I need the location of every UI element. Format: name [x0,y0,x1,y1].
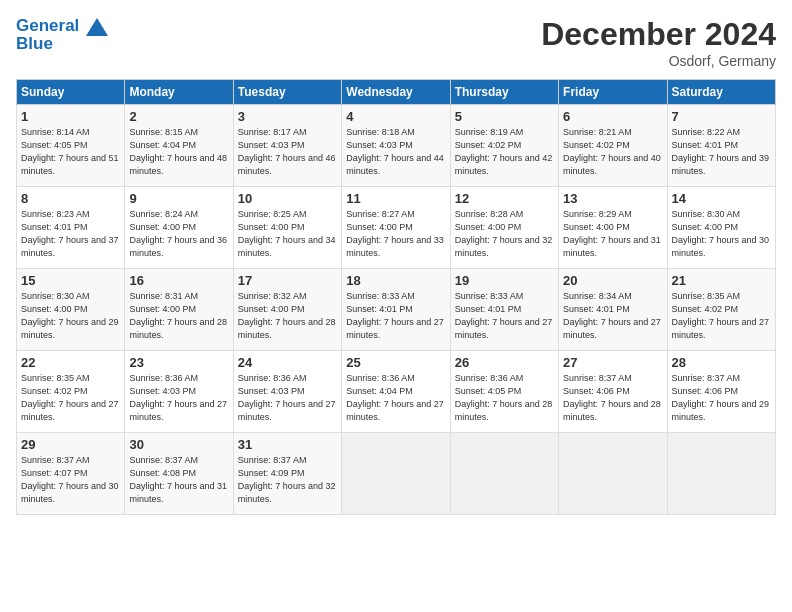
daylight-label: Daylight: 7 hours and 42 minutes. [455,153,553,176]
day-info: Sunrise: 8:36 AM Sunset: 4:03 PM Dayligh… [129,372,228,424]
daylight-label: Daylight: 7 hours and 27 minutes. [21,399,119,422]
daylight-label: Daylight: 7 hours and 48 minutes. [129,153,227,176]
day-info: Sunrise: 8:19 AM Sunset: 4:02 PM Dayligh… [455,126,554,178]
day-number: 12 [455,191,554,206]
sunset-label: Sunset: 4:02 PM [672,304,739,314]
day-info: Sunrise: 8:35 AM Sunset: 4:02 PM Dayligh… [672,290,771,342]
sunrise-label: Sunrise: 8:15 AM [129,127,198,137]
day-number: 9 [129,191,228,206]
calendar-cell: 19 Sunrise: 8:33 AM Sunset: 4:01 PM Dayl… [450,269,558,351]
calendar-cell: 14 Sunrise: 8:30 AM Sunset: 4:00 PM Dayl… [667,187,775,269]
calendar-cell: 3 Sunrise: 8:17 AM Sunset: 4:03 PM Dayli… [233,105,341,187]
daylight-label: Daylight: 7 hours and 27 minutes. [346,399,444,422]
day-info: Sunrise: 8:32 AM Sunset: 4:00 PM Dayligh… [238,290,337,342]
day-info: Sunrise: 8:30 AM Sunset: 4:00 PM Dayligh… [21,290,120,342]
day-number: 11 [346,191,445,206]
page-header: General Blue December 2024 Osdorf, Germa… [16,16,776,69]
day-number: 3 [238,109,337,124]
daylight-label: Daylight: 7 hours and 27 minutes. [238,399,336,422]
day-number: 1 [21,109,120,124]
sunrise-label: Sunrise: 8:29 AM [563,209,632,219]
calendar-week-4: 22 Sunrise: 8:35 AM Sunset: 4:02 PM Dayl… [17,351,776,433]
calendar-header-row: SundayMondayTuesdayWednesdayThursdayFrid… [17,80,776,105]
sunset-label: Sunset: 4:03 PM [346,140,413,150]
day-info: Sunrise: 8:28 AM Sunset: 4:00 PM Dayligh… [455,208,554,260]
calendar-cell: 16 Sunrise: 8:31 AM Sunset: 4:00 PM Dayl… [125,269,233,351]
sunrise-label: Sunrise: 8:21 AM [563,127,632,137]
day-number: 16 [129,273,228,288]
calendar-cell: 1 Sunrise: 8:14 AM Sunset: 4:05 PM Dayli… [17,105,125,187]
sunrise-label: Sunrise: 8:35 AM [21,373,90,383]
calendar-cell: 22 Sunrise: 8:35 AM Sunset: 4:02 PM Dayl… [17,351,125,433]
calendar-cell: 10 Sunrise: 8:25 AM Sunset: 4:00 PM Dayl… [233,187,341,269]
sunrise-label: Sunrise: 8:36 AM [346,373,415,383]
sunrise-label: Sunrise: 8:37 AM [563,373,632,383]
daylight-label: Daylight: 7 hours and 30 minutes. [21,481,119,504]
sunset-label: Sunset: 4:00 PM [238,304,305,314]
daylight-label: Daylight: 7 hours and 40 minutes. [563,153,661,176]
svg-marker-0 [86,18,108,36]
sunrise-label: Sunrise: 8:30 AM [21,291,90,301]
calendar-week-1: 1 Sunrise: 8:14 AM Sunset: 4:05 PM Dayli… [17,105,776,187]
sunrise-label: Sunrise: 8:33 AM [346,291,415,301]
calendar-cell [559,433,667,515]
calendar-body: 1 Sunrise: 8:14 AM Sunset: 4:05 PM Dayli… [17,105,776,515]
daylight-label: Daylight: 7 hours and 29 minutes. [21,317,119,340]
sunset-label: Sunset: 4:03 PM [238,386,305,396]
weekday-header-thursday: Thursday [450,80,558,105]
sunrise-label: Sunrise: 8:36 AM [238,373,307,383]
day-info: Sunrise: 8:31 AM Sunset: 4:00 PM Dayligh… [129,290,228,342]
sunset-label: Sunset: 4:07 PM [21,468,88,478]
calendar-cell: 6 Sunrise: 8:21 AM Sunset: 4:02 PM Dayli… [559,105,667,187]
day-info: Sunrise: 8:37 AM Sunset: 4:06 PM Dayligh… [672,372,771,424]
sunrise-label: Sunrise: 8:30 AM [672,209,741,219]
calendar-cell: 23 Sunrise: 8:36 AM Sunset: 4:03 PM Dayl… [125,351,233,433]
day-number: 21 [672,273,771,288]
sunset-label: Sunset: 4:00 PM [21,304,88,314]
calendar-cell: 17 Sunrise: 8:32 AM Sunset: 4:00 PM Dayl… [233,269,341,351]
day-number: 29 [21,437,120,452]
calendar-cell: 30 Sunrise: 8:37 AM Sunset: 4:08 PM Dayl… [125,433,233,515]
daylight-label: Daylight: 7 hours and 27 minutes. [455,317,553,340]
sunset-label: Sunset: 4:00 PM [129,304,196,314]
day-info: Sunrise: 8:37 AM Sunset: 4:06 PM Dayligh… [563,372,662,424]
calendar-cell: 7 Sunrise: 8:22 AM Sunset: 4:01 PM Dayli… [667,105,775,187]
daylight-label: Daylight: 7 hours and 37 minutes. [21,235,119,258]
daylight-label: Daylight: 7 hours and 30 minutes. [672,235,770,258]
calendar-cell: 24 Sunrise: 8:36 AM Sunset: 4:03 PM Dayl… [233,351,341,433]
daylight-label: Daylight: 7 hours and 28 minutes. [238,317,336,340]
sunset-label: Sunset: 4:01 PM [21,222,88,232]
day-number: 18 [346,273,445,288]
weekday-header-tuesday: Tuesday [233,80,341,105]
sunset-label: Sunset: 4:08 PM [129,468,196,478]
daylight-label: Daylight: 7 hours and 34 minutes. [238,235,336,258]
day-number: 2 [129,109,228,124]
sunset-label: Sunset: 4:04 PM [346,386,413,396]
sunrise-label: Sunrise: 8:33 AM [455,291,524,301]
weekday-header-wednesday: Wednesday [342,80,450,105]
sunset-label: Sunset: 4:06 PM [672,386,739,396]
day-info: Sunrise: 8:27 AM Sunset: 4:00 PM Dayligh… [346,208,445,260]
sunrise-label: Sunrise: 8:37 AM [21,455,90,465]
day-info: Sunrise: 8:34 AM Sunset: 4:01 PM Dayligh… [563,290,662,342]
day-number: 5 [455,109,554,124]
sunrise-label: Sunrise: 8:24 AM [129,209,198,219]
daylight-label: Daylight: 7 hours and 33 minutes. [346,235,444,258]
day-info: Sunrise: 8:24 AM Sunset: 4:00 PM Dayligh… [129,208,228,260]
daylight-label: Daylight: 7 hours and 36 minutes. [129,235,227,258]
calendar-table: SundayMondayTuesdayWednesdayThursdayFrid… [16,79,776,515]
calendar-cell: 9 Sunrise: 8:24 AM Sunset: 4:00 PM Dayli… [125,187,233,269]
sunrise-label: Sunrise: 8:37 AM [238,455,307,465]
day-number: 20 [563,273,662,288]
day-number: 8 [21,191,120,206]
day-number: 17 [238,273,337,288]
day-info: Sunrise: 8:37 AM Sunset: 4:09 PM Dayligh… [238,454,337,506]
day-number: 23 [129,355,228,370]
daylight-label: Daylight: 7 hours and 29 minutes. [672,399,770,422]
sunset-label: Sunset: 4:00 PM [238,222,305,232]
sunrise-label: Sunrise: 8:28 AM [455,209,524,219]
sunrise-label: Sunrise: 8:25 AM [238,209,307,219]
sunset-label: Sunset: 4:06 PM [563,386,630,396]
sunrise-label: Sunrise: 8:36 AM [455,373,524,383]
daylight-label: Daylight: 7 hours and 27 minutes. [672,317,770,340]
